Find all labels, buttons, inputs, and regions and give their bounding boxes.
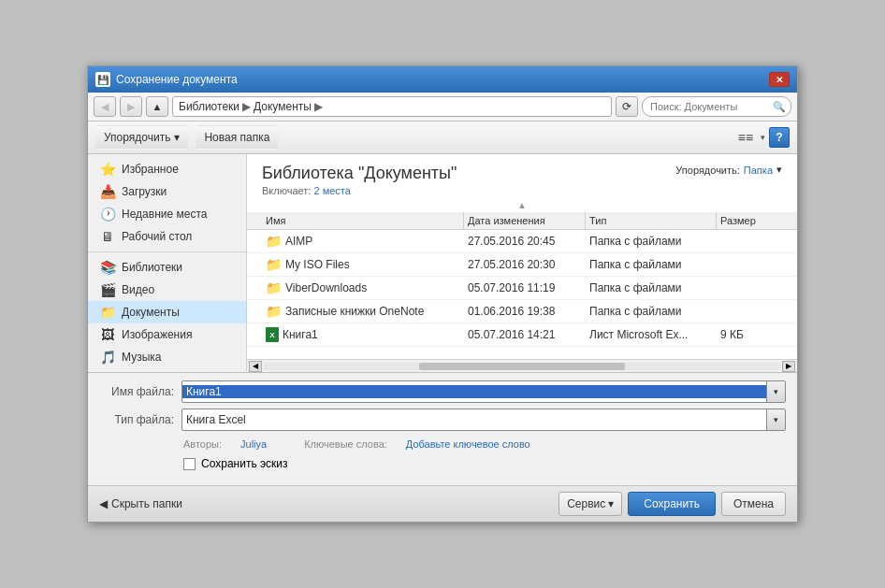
video-icon: 🎬 [99, 282, 116, 297]
organize-label: Упорядочить [104, 131, 170, 144]
scroll-left-button[interactable]: ◀ [249, 361, 262, 372]
scroll-up-indicator[interactable]: ▲ [247, 198, 797, 212]
service-arrow: ▾ [608, 497, 614, 510]
new-folder-button[interactable]: Новая папка [196, 125, 278, 150]
filetype-select[interactable]: Книга Excel [182, 413, 766, 426]
arrange-value[interactable]: Папка [744, 165, 773, 176]
filename-input[interactable]: Книга1 [182, 385, 766, 398]
filetype-row: Тип файла: Книга Excel ▾ [99, 409, 786, 431]
keywords-link[interactable]: Добавьте ключевое слово [406, 438, 530, 450]
authors-label: Авторы: [183, 438, 222, 450]
filename-label: Имя файла: [99, 385, 174, 398]
cancel-button[interactable]: Отмена [721, 492, 786, 516]
table-row[interactable]: X Книга1 05.07.2016 14:21 Лист Microsoft… [247, 323, 797, 347]
sidebar-item-recent[interactable]: 🕐 Недавние места [88, 203, 246, 225]
save-thumbnail-checkbox[interactable] [183, 458, 196, 470]
close-button[interactable]: ✕ [769, 72, 790, 87]
up-button[interactable]: ▲ [146, 96, 168, 117]
sidebar-item-documents[interactable]: 📁 Документы [88, 301, 246, 323]
sidebar-item-label: Документы [122, 306, 180, 319]
library-title: Библиотека "Документы" [262, 164, 457, 183]
col-header-size[interactable]: Размер [717, 212, 782, 229]
excel-icon: X [266, 327, 279, 342]
file-type-cell: Папка с файлами [586, 231, 717, 251]
scroll-track[interactable] [264, 363, 780, 370]
filename-input-wrapper: Книга1 ▾ [181, 380, 786, 403]
title-bar: 💾 Сохранение документа ✕ [88, 66, 797, 93]
file-date-cell: 05.07.2016 14:21 [464, 324, 586, 345]
table-row[interactable]: 📁 My ISO Files 27.05.2016 20:30 Папка с … [247, 253, 797, 277]
breadcrumb-documents[interactable]: Документы [254, 100, 312, 113]
file-name-cell: 📁 ViberDownloads [262, 277, 464, 299]
search-container: 🔍 [642, 96, 791, 117]
hide-folders-label: Скрыть папки [111, 497, 182, 510]
sidebar-item-music[interactable]: 🎵 Музыка [88, 346, 246, 368]
sidebar-item-downloads[interactable]: 📥 Загрузки [88, 180, 246, 203]
documents-icon: 📁 [99, 305, 116, 320]
col-header-type[interactable]: Тип [586, 212, 717, 229]
new-folder-label: Новая папка [204, 131, 269, 144]
hide-folders-button[interactable]: ◀ Скрыть папки [99, 497, 182, 510]
footer-right: Сервис ▾ Сохранить Отмена [559, 492, 786, 516]
breadcrumb-sep-2: ▶ [314, 100, 323, 113]
breadcrumb-sep-1: ▶ [242, 100, 251, 113]
bottom-section: Имя файла: Книга1 ▾ Тип файла: Книга Exc… [88, 372, 797, 485]
file-type-cell: Папка с файлами [586, 301, 717, 322]
folder-icon: 📁 [266, 280, 282, 295]
sidebar-item-label: Изображения [122, 328, 192, 341]
sidebar-item-video[interactable]: 🎬 Видео [88, 279, 246, 301]
authors-value[interactable]: Juliya [240, 438, 267, 450]
organize-button[interactable]: Упорядочить ▾ [95, 125, 188, 150]
hide-folders-arrow: ◀ [99, 497, 108, 510]
save-button[interactable]: Сохранить [628, 492, 716, 516]
file-date-cell: 27.05.2016 20:30 [464, 254, 586, 275]
address-bar: ◀ ▶ ▲ Библиотеки ▶ Документы ▶ ⟳ 🔍 [88, 93, 797, 122]
filetype-dropdown-arrow[interactable]: ▾ [766, 409, 785, 430]
col-header-name[interactable]: Имя [262, 212, 464, 229]
search-input[interactable] [642, 96, 791, 117]
breadcrumb-libraries[interactable]: Библиотеки [179, 100, 239, 113]
view-toggle-button[interactable]: ≡≡ [734, 127, 757, 148]
file-list: 📁 AIMP 27.05.2016 20:45 Папка с файлами … [247, 230, 797, 359]
save-dialog: 💾 Сохранение документа ✕ ◀ ▶ ▲ Библиотек… [87, 65, 798, 523]
sidebar-item-label: Видео [122, 283, 154, 296]
filename-dropdown-arrow[interactable]: ▾ [766, 381, 785, 402]
file-date-cell: 27.05.2016 20:45 [464, 231, 586, 251]
toolbar: Упорядочить ▾ Новая папка ≡≡ ▾ ? [88, 122, 797, 154]
table-row[interactable]: 📁 AIMP 27.05.2016 20:45 Папка с файлами [247, 230, 797, 253]
dialog-title: Сохранение документа [116, 73, 238, 86]
back-button[interactable]: ◀ [94, 96, 116, 117]
footer: ◀ Скрыть папки Сервис ▾ Сохранить Отмена [88, 485, 797, 522]
sidebar-item-label: Библиотеки [122, 261, 182, 274]
sidebar-item-label: Избранное [122, 163, 179, 176]
help-button[interactable]: ? [769, 127, 790, 148]
library-subtitle: Включает: 2 места [262, 185, 457, 196]
library-places-link[interactable]: 2 места [313, 185, 350, 196]
sidebar-item-libraries[interactable]: 📚 Библиотеки [88, 256, 246, 279]
music-icon: 🎵 [99, 350, 116, 365]
checkbox-label: Сохранить эскиз [201, 457, 288, 470]
main-area: ⭐ Избранное 📥 Загрузки 🕐 Недавние места … [88, 154, 797, 372]
file-name-cell: 📁 AIMP [262, 230, 464, 252]
keywords-label: Ключевые слова: [304, 438, 387, 450]
forward-button[interactable]: ▶ [120, 96, 142, 117]
column-headers: Имя Дата изменения Тип Размер [247, 212, 797, 230]
sidebar-item-images[interactable]: 🖼 Изображения [88, 323, 246, 346]
table-row[interactable]: 📁 ViberDownloads 05.07.2016 11:19 Папка … [247, 277, 797, 300]
arrange-label: Упорядочить: [675, 165, 740, 176]
file-type-cell: Папка с файлами [586, 254, 717, 275]
sidebar-item-favorites[interactable]: ⭐ Избранное [88, 158, 246, 180]
service-button[interactable]: Сервис ▾ [559, 492, 622, 516]
file-name-cell: 📁 Записные книжки OneNote [262, 300, 464, 323]
table-row[interactable]: 📁 Записные книжки OneNote 01.06.2016 19:… [247, 300, 797, 323]
address-path[interactable]: Библиотеки ▶ Документы ▶ [172, 96, 612, 117]
horizontal-scrollbar[interactable]: ◀ ▶ [247, 359, 797, 372]
scroll-right-button[interactable]: ▶ [782, 361, 795, 372]
refresh-button[interactable]: ⟳ [616, 96, 638, 117]
col-header-date[interactable]: Дата изменения [464, 212, 586, 229]
sidebar-item-desktop[interactable]: 🖥 Рабочий стол [88, 225, 246, 248]
folder-icon: 📁 [266, 257, 282, 272]
file-size-cell [717, 237, 782, 245]
filetype-select-wrapper: Книга Excel ▾ [181, 409, 786, 431]
scroll-thumb[interactable] [419, 363, 626, 370]
